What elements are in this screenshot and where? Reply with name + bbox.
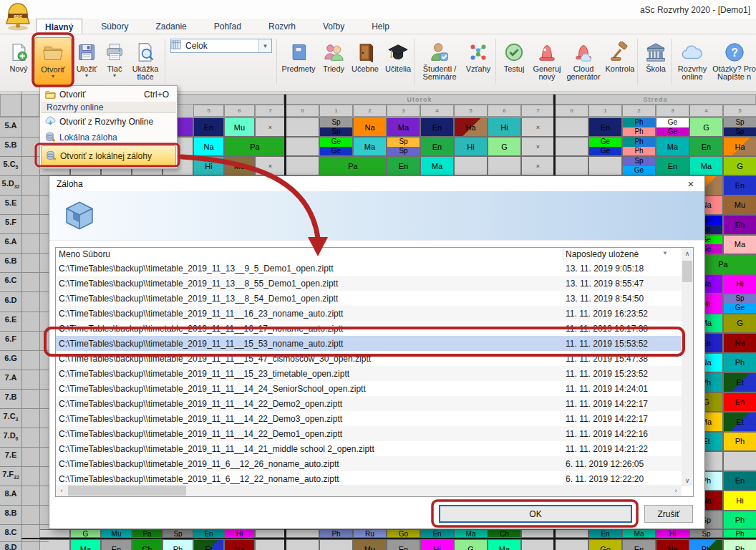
lesson-cell[interactable]: Ma [353, 137, 387, 156]
scroll-down-button[interactable]: ∨ [682, 475, 693, 486]
menu-item-otvori-[interactable]: OtvoriťCtrl+O [41, 87, 176, 101]
file-row[interactable]: C:\TimeTables\backup\\timetable_2019_11_… [56, 441, 682, 456]
lesson-cell[interactable]: En [723, 471, 756, 491]
lesson-cell[interactable]: × [521, 137, 555, 156]
lesson-cell[interactable]: Ph [163, 539, 193, 550]
horizontal-scroll-thumb[interactable] [68, 486, 186, 496]
lesson-cell[interactable]: En [387, 156, 420, 175]
otvorit-button[interactable]: Otvoriť▾ [34, 37, 72, 87]
lesson-cell[interactable]: Ph [723, 432, 756, 452]
lesson-cell[interactable]: Ph [689, 539, 723, 550]
lesson-cell[interactable]: Sp [689, 529, 723, 538]
lesson-cell[interactable]: Ma [622, 529, 656, 538]
lesson-cell[interactable]: Sp [163, 529, 193, 538]
lesson-cell[interactable]: Mu [101, 529, 132, 538]
kontrola-button[interactable]: Kontrola [603, 37, 637, 87]
empty-cell[interactable] [286, 539, 319, 550]
empty-cell[interactable] [286, 156, 319, 175]
sort-desc-icon[interactable]: ▼ [662, 250, 668, 256]
scroll-right-button[interactable]: › [670, 485, 682, 496]
predmety-button[interactable]: Predmety [279, 37, 318, 87]
column-header-file[interactable]: Meno Súboru [59, 249, 110, 259]
menu-item-otvori-z-lok-lnej-z-lohy[interactable]: Otvoriť z lokálnej zálohy [41, 145, 176, 166]
lesson-cell[interactable]: GeGe [588, 137, 622, 156]
empty-cell[interactable] [555, 137, 588, 156]
empty-cell[interactable] [521, 539, 555, 550]
rozvrhy-online-button[interactable]: Rozvrhyonline [674, 37, 711, 87]
lesson-cell[interactable]: Ma [723, 235, 756, 255]
lesson-cell[interactable]: Pa [224, 137, 286, 156]
menu-item-otvori-z-rozvrhy-online[interactable]: Otvoriť z Rozvrhy Online [41, 114, 176, 129]
tab-help[interactable]: Help [363, 19, 398, 34]
lesson-cell[interactable]: G [454, 539, 488, 550]
tab-pohľad[interactable]: Pohľad [205, 19, 250, 34]
ok-button[interactable]: OK [439, 505, 632, 523]
lesson-cell[interactable]: Na [193, 137, 224, 156]
lesson-cell[interactable]: G [689, 117, 723, 137]
triedy-button[interactable]: Triedy [319, 37, 348, 87]
file-row[interactable]: C:\TimeTables\backup\\timetable_2019_11_… [56, 351, 682, 366]
file-row[interactable]: C:\TimeTables\backup\\timetable_2019_11_… [56, 306, 682, 321]
lesson-cell[interactable]: Ph [723, 353, 756, 373]
lesson-cell[interactable]: En [723, 392, 756, 412]
lesson-cell[interactable]: En [588, 117, 622, 137]
file-row[interactable]: C:\TimeTables\backup\\timetable_2019_11_… [56, 321, 682, 336]
empty-cell[interactable] [555, 539, 588, 550]
lesson-cell[interactable]: En [420, 137, 454, 156]
empty-cell[interactable] [488, 156, 521, 175]
lesson-cell[interactable]: En [420, 117, 454, 137]
file-row[interactable]: C:\TimeTables\backup\\timetable_2019_11_… [56, 471, 682, 486]
tab-súbory[interactable]: Súbory [92, 19, 137, 34]
lesson-cell[interactable]: G [70, 529, 101, 538]
lesson-cell[interactable]: Na [353, 117, 387, 137]
skola-button[interactable]: Škola [641, 37, 671, 87]
lesson-cell[interactable]: Ru [353, 529, 387, 538]
lesson-cell[interactable]: En [689, 137, 723, 156]
lesson-cell[interactable]: Na [723, 333, 756, 353]
lesson-cell[interactable]: Mu [224, 117, 255, 137]
ucitelia-button[interactable]: Učitelia [382, 37, 415, 87]
empty-cell[interactable] [319, 539, 353, 550]
vertical-scroll-thumb[interactable] [682, 261, 692, 282]
view-combo[interactable]: Celok ▼ [170, 39, 272, 53]
tab-rozvrh[interactable]: Rozvrh [260, 19, 304, 34]
lesson-cell[interactable]: Ma [488, 539, 521, 550]
empty-cell[interactable] [723, 451, 756, 471]
file-row[interactable]: C:\TimeTables\backup\\timetable_2019_11_… [56, 411, 682, 426]
lesson-cell[interactable]: × [255, 117, 286, 137]
testuj-button[interactable]: Testuj [499, 37, 529, 87]
novy-button[interactable]: Nový [4, 37, 33, 87]
ukazka-tlace-button[interactable]: Ukážkatlače [128, 37, 163, 87]
empty-cell[interactable] [555, 529, 588, 538]
lesson-cell[interactable]: Ma [689, 156, 723, 175]
lesson-cell[interactable]: Mu [723, 196, 756, 216]
lesson-cell[interactable]: Hi [723, 491, 756, 511]
file-row[interactable]: C:\TimeTables\backup\\timetable_2019_11_… [56, 261, 682, 276]
lesson-cell[interactable]: Hi [656, 529, 689, 538]
scroll-up-button[interactable]: ∧ [682, 248, 693, 259]
vztahy-button[interactable]: Vzťahy [462, 37, 494, 87]
lesson-cell[interactable]: Hi [454, 137, 488, 156]
lesson-cell[interactable]: SpSp [319, 117, 353, 137]
ulozit-button[interactable]: Uložiť▾ [72, 37, 101, 87]
lesson-cell[interactable]: × [521, 117, 555, 137]
lesson-cell[interactable]: SpGe [723, 294, 756, 314]
lesson-cell[interactable]: Ph [723, 511, 756, 530]
lesson-cell[interactable]: × [521, 156, 555, 175]
lesson-cell[interactable]: SpSp [723, 117, 756, 137]
empty-cell[interactable] [286, 117, 319, 137]
lesson-cell[interactable]: × [255, 156, 286, 175]
lesson-cell[interactable]: En [622, 539, 656, 550]
empty-cell[interactable] [454, 156, 488, 175]
empty-cell[interactable] [255, 539, 286, 550]
otazky-button[interactable]: ?Otázky? ProNapíšte n [712, 37, 756, 87]
menu-item-lok-lna-z-loha[interactable]: Lokálna záloha [41, 130, 176, 145]
tab-zadanie[interactable]: Zadanie [147, 19, 195, 34]
cloud-generator-button[interactable]: Cloudgenerátor [565, 37, 602, 87]
lesson-cell[interactable]: Hi [723, 274, 756, 294]
combo-dropdown-button[interactable]: ▼ [258, 39, 271, 52]
lesson-cell[interactable]: SpSp [387, 137, 420, 156]
lesson-cell[interactable]: Ph [723, 539, 756, 550]
lesson-cell[interactable]: Et [193, 539, 224, 550]
file-row[interactable]: C:\TimeTables\backup\\timetable_2019_11_… [56, 291, 682, 306]
